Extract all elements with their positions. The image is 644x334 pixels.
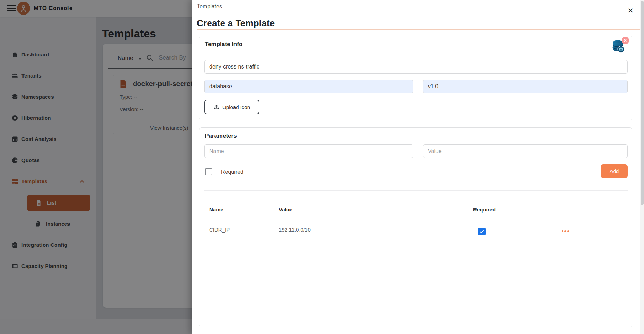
drawer-scrollbar-thumb[interactable] <box>641 1 644 205</box>
column-header-name: Name <box>209 207 223 213</box>
parameter-name-input[interactable] <box>204 144 413 158</box>
column-header-value: Value <box>279 207 292 213</box>
drawer-scrollbar[interactable] <box>640 0 644 334</box>
row-required-checkbox[interactable] <box>478 228 486 235</box>
close-icon[interactable]: ✕ <box>625 5 636 17</box>
add-parameter-button[interactable]: Add <box>601 164 628 178</box>
cell-value: 192.12.0.0/10 <box>279 227 311 233</box>
upload-icon <box>214 104 219 110</box>
breadcrumb: Templates <box>197 3 222 10</box>
template-version-input[interactable] <box>423 80 628 93</box>
column-header-required: Required <box>473 207 496 213</box>
row-divider <box>204 219 628 219</box>
drawer-title: Create a Template <box>197 18 275 29</box>
section-heading: Template Info <box>205 41 242 48</box>
template-type-input[interactable] <box>204 80 413 93</box>
required-label: Required <box>221 169 243 175</box>
section-divider <box>204 190 628 191</box>
row-divider <box>204 242 628 242</box>
row-menu-icon[interactable] <box>562 230 569 232</box>
app-root: MTO Console Dashboard Tenants <box>0 0 644 334</box>
upload-button-label: Upload Icon <box>222 104 250 110</box>
upload-icon-button[interactable]: Upload Icon <box>204 100 259 114</box>
required-checkbox[interactable] <box>205 168 212 175</box>
remove-icon-button[interactable]: ✕ <box>622 37 629 44</box>
header-divider <box>197 29 640 30</box>
template-name-input[interactable] <box>204 60 628 74</box>
section-heading: Parameters <box>205 133 237 139</box>
template-info-section: Template Info ✕ <box>199 36 632 120</box>
parameters-section: Parameters Required Add Name Value Requi… <box>199 127 632 327</box>
parameter-value-input[interactable] <box>423 144 628 158</box>
cell-name: CIDR_IP <box>209 227 230 233</box>
database-template-icon: ✕ <box>610 38 628 55</box>
create-template-drawer: Templates Create a Template ✕ Template I… <box>192 0 644 334</box>
